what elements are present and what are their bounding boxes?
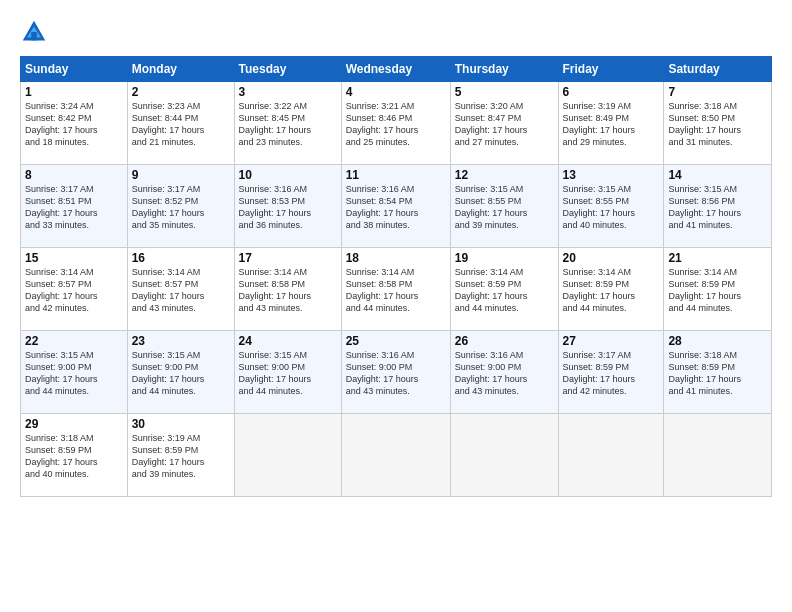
cell-info: Sunrise: 3:16 AM Sunset: 9:00 PM Dayligh… <box>346 349 446 398</box>
cell-day-number: 3 <box>239 85 337 99</box>
calendar-header-row: SundayMondayTuesdayWednesdayThursdayFrid… <box>21 57 772 82</box>
cell-info: Sunrise: 3:22 AM Sunset: 8:45 PM Dayligh… <box>239 100 337 149</box>
calendar-cell: 22Sunrise: 3:15 AM Sunset: 9:00 PM Dayli… <box>21 331 128 414</box>
cell-info: Sunrise: 3:15 AM Sunset: 8:56 PM Dayligh… <box>668 183 767 232</box>
cell-day-number: 5 <box>455 85 554 99</box>
cell-day-number: 1 <box>25 85 123 99</box>
day-header-saturday: Saturday <box>664 57 772 82</box>
cell-day-number: 18 <box>346 251 446 265</box>
day-header-tuesday: Tuesday <box>234 57 341 82</box>
cell-info: Sunrise: 3:17 AM Sunset: 8:59 PM Dayligh… <box>563 349 660 398</box>
cell-info: Sunrise: 3:17 AM Sunset: 8:52 PM Dayligh… <box>132 183 230 232</box>
cell-info: Sunrise: 3:16 AM Sunset: 9:00 PM Dayligh… <box>455 349 554 398</box>
cell-info: Sunrise: 3:19 AM Sunset: 8:59 PM Dayligh… <box>132 432 230 481</box>
cell-day-number: 27 <box>563 334 660 348</box>
cell-day-number: 8 <box>25 168 123 182</box>
calendar-cell: 29Sunrise: 3:18 AM Sunset: 8:59 PM Dayli… <box>21 414 128 497</box>
calendar-cell: 9Sunrise: 3:17 AM Sunset: 8:52 PM Daylig… <box>127 165 234 248</box>
cell-day-number: 26 <box>455 334 554 348</box>
cell-info: Sunrise: 3:14 AM Sunset: 8:58 PM Dayligh… <box>346 266 446 315</box>
calendar-cell: 13Sunrise: 3:15 AM Sunset: 8:55 PM Dayli… <box>558 165 664 248</box>
calendar-cell <box>234 414 341 497</box>
cell-day-number: 23 <box>132 334 230 348</box>
cell-info: Sunrise: 3:17 AM Sunset: 8:51 PM Dayligh… <box>25 183 123 232</box>
cell-day-number: 24 <box>239 334 337 348</box>
calendar-cell: 14Sunrise: 3:15 AM Sunset: 8:56 PM Dayli… <box>664 165 772 248</box>
calendar-cell: 10Sunrise: 3:16 AM Sunset: 8:53 PM Dayli… <box>234 165 341 248</box>
calendar-cell: 2Sunrise: 3:23 AM Sunset: 8:44 PM Daylig… <box>127 82 234 165</box>
cell-info: Sunrise: 3:18 AM Sunset: 8:50 PM Dayligh… <box>668 100 767 149</box>
cell-info: Sunrise: 3:18 AM Sunset: 8:59 PM Dayligh… <box>25 432 123 481</box>
cell-day-number: 16 <box>132 251 230 265</box>
cell-info: Sunrise: 3:16 AM Sunset: 8:54 PM Dayligh… <box>346 183 446 232</box>
cell-info: Sunrise: 3:14 AM Sunset: 8:57 PM Dayligh… <box>132 266 230 315</box>
cell-info: Sunrise: 3:19 AM Sunset: 8:49 PM Dayligh… <box>563 100 660 149</box>
cell-info: Sunrise: 3:23 AM Sunset: 8:44 PM Dayligh… <box>132 100 230 149</box>
cell-day-number: 29 <box>25 417 123 431</box>
cell-day-number: 14 <box>668 168 767 182</box>
cell-day-number: 28 <box>668 334 767 348</box>
calendar-cell <box>558 414 664 497</box>
calendar-cell: 30Sunrise: 3:19 AM Sunset: 8:59 PM Dayli… <box>127 414 234 497</box>
cell-info: Sunrise: 3:15 AM Sunset: 8:55 PM Dayligh… <box>563 183 660 232</box>
calendar-cell: 28Sunrise: 3:18 AM Sunset: 8:59 PM Dayli… <box>664 331 772 414</box>
calendar-cell: 18Sunrise: 3:14 AM Sunset: 8:58 PM Dayli… <box>341 248 450 331</box>
cell-day-number: 10 <box>239 168 337 182</box>
cell-day-number: 20 <box>563 251 660 265</box>
logo-icon <box>20 18 48 46</box>
calendar-cell: 25Sunrise: 3:16 AM Sunset: 9:00 PM Dayli… <box>341 331 450 414</box>
cell-day-number: 12 <box>455 168 554 182</box>
cell-info: Sunrise: 3:15 AM Sunset: 9:00 PM Dayligh… <box>25 349 123 398</box>
cell-day-number: 7 <box>668 85 767 99</box>
page: SundayMondayTuesdayWednesdayThursdayFrid… <box>0 0 792 612</box>
day-header-wednesday: Wednesday <box>341 57 450 82</box>
cell-day-number: 15 <box>25 251 123 265</box>
cell-info: Sunrise: 3:14 AM Sunset: 8:58 PM Dayligh… <box>239 266 337 315</box>
calendar-cell: 11Sunrise: 3:16 AM Sunset: 8:54 PM Dayli… <box>341 165 450 248</box>
calendar-cell <box>341 414 450 497</box>
cell-info: Sunrise: 3:14 AM Sunset: 8:59 PM Dayligh… <box>563 266 660 315</box>
calendar-cell: 16Sunrise: 3:14 AM Sunset: 8:57 PM Dayli… <box>127 248 234 331</box>
day-header-monday: Monday <box>127 57 234 82</box>
cell-info: Sunrise: 3:15 AM Sunset: 9:00 PM Dayligh… <box>239 349 337 398</box>
calendar-cell: 3Sunrise: 3:22 AM Sunset: 8:45 PM Daylig… <box>234 82 341 165</box>
cell-day-number: 6 <box>563 85 660 99</box>
day-header-thursday: Thursday <box>450 57 558 82</box>
svg-rect-2 <box>31 32 37 40</box>
day-header-sunday: Sunday <box>21 57 128 82</box>
day-header-friday: Friday <box>558 57 664 82</box>
calendar-cell: 6Sunrise: 3:19 AM Sunset: 8:49 PM Daylig… <box>558 82 664 165</box>
calendar-cell: 23Sunrise: 3:15 AM Sunset: 9:00 PM Dayli… <box>127 331 234 414</box>
cell-day-number: 17 <box>239 251 337 265</box>
calendar-cell: 5Sunrise: 3:20 AM Sunset: 8:47 PM Daylig… <box>450 82 558 165</box>
cell-day-number: 19 <box>455 251 554 265</box>
cell-info: Sunrise: 3:21 AM Sunset: 8:46 PM Dayligh… <box>346 100 446 149</box>
calendar-cell: 1Sunrise: 3:24 AM Sunset: 8:42 PM Daylig… <box>21 82 128 165</box>
cell-info: Sunrise: 3:20 AM Sunset: 8:47 PM Dayligh… <box>455 100 554 149</box>
cell-day-number: 2 <box>132 85 230 99</box>
calendar-cell: 7Sunrise: 3:18 AM Sunset: 8:50 PM Daylig… <box>664 82 772 165</box>
cell-info: Sunrise: 3:24 AM Sunset: 8:42 PM Dayligh… <box>25 100 123 149</box>
calendar-cell <box>450 414 558 497</box>
cell-info: Sunrise: 3:14 AM Sunset: 8:59 PM Dayligh… <box>668 266 767 315</box>
header <box>20 18 772 46</box>
cell-info: Sunrise: 3:15 AM Sunset: 8:55 PM Dayligh… <box>455 183 554 232</box>
calendar-cell: 15Sunrise: 3:14 AM Sunset: 8:57 PM Dayli… <box>21 248 128 331</box>
calendar-cell: 17Sunrise: 3:14 AM Sunset: 8:58 PM Dayli… <box>234 248 341 331</box>
cell-info: Sunrise: 3:15 AM Sunset: 9:00 PM Dayligh… <box>132 349 230 398</box>
cell-day-number: 9 <box>132 168 230 182</box>
calendar-cell: 27Sunrise: 3:17 AM Sunset: 8:59 PM Dayli… <box>558 331 664 414</box>
calendar-cell: 24Sunrise: 3:15 AM Sunset: 9:00 PM Dayli… <box>234 331 341 414</box>
calendar-cell: 12Sunrise: 3:15 AM Sunset: 8:55 PM Dayli… <box>450 165 558 248</box>
calendar-cell: 26Sunrise: 3:16 AM Sunset: 9:00 PM Dayli… <box>450 331 558 414</box>
calendar-cell: 8Sunrise: 3:17 AM Sunset: 8:51 PM Daylig… <box>21 165 128 248</box>
cell-day-number: 11 <box>346 168 446 182</box>
calendar-cell: 20Sunrise: 3:14 AM Sunset: 8:59 PM Dayli… <box>558 248 664 331</box>
cell-day-number: 30 <box>132 417 230 431</box>
calendar-cell: 4Sunrise: 3:21 AM Sunset: 8:46 PM Daylig… <box>341 82 450 165</box>
cell-day-number: 13 <box>563 168 660 182</box>
calendar-cell <box>664 414 772 497</box>
calendar-cell: 21Sunrise: 3:14 AM Sunset: 8:59 PM Dayli… <box>664 248 772 331</box>
calendar-table: SundayMondayTuesdayWednesdayThursdayFrid… <box>20 56 772 497</box>
cell-day-number: 25 <box>346 334 446 348</box>
